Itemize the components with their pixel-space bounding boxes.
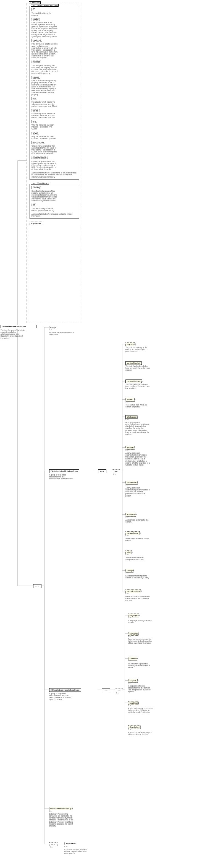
attr-item-xmllang: xml:lang Specifies the language of this … bbox=[32, 186, 77, 202]
attr-item-pubconstrainturi: pubconstrainturi One or many constraints… bbox=[32, 157, 77, 170]
attr-item-custom: custom If set to true the corresponding … bbox=[32, 76, 77, 95]
ext-seq-card: 0..∞ bbox=[50, 846, 53, 848]
ext-prop-element[interactable]: contentMetaExtProperty ⊞ bbox=[49, 807, 72, 810]
desc-item-card: 0..∞ bbox=[128, 617, 131, 619]
ext-prop-desc: Extension Property: the semantics are de… bbox=[49, 813, 74, 827]
attr-name: pubconstraint bbox=[32, 141, 45, 144]
admin-choice-card: 0..∞ bbox=[113, 473, 116, 475]
i18n-group-desc: A group of attributes for language and s… bbox=[32, 213, 77, 217]
icon-element[interactable]: icon ⊞ bbox=[49, 326, 55, 329]
admin-item-desc: A party (person or organisation) which c… bbox=[126, 452, 150, 466]
i18n-group: □ grp i18nAttributes xml:lang Specifies … bbox=[30, 184, 79, 219]
root-type-name: ContentMetadataAcDType bbox=[2, 326, 26, 328]
desc-group-box[interactable]: □ DescriptiveMetadataCoreGroup bbox=[49, 688, 81, 692]
attr-item-creator: creator If the property value is not def… bbox=[32, 18, 77, 37]
admin-choice-icon bbox=[112, 469, 120, 473]
admin-item-urgency[interactable]: urgency bbox=[126, 342, 135, 346]
icon-card: 0..∞ bbox=[49, 329, 52, 331]
admin-item-desc: An alternative identifier assigned to th… bbox=[126, 557, 150, 560]
attr-desc: Indicates by which means the value was e… bbox=[32, 113, 58, 118]
attr-item-why: why Why the metadata has been included -… bbox=[32, 120, 77, 130]
attr-item-how: how Indicates by which means the value w… bbox=[32, 97, 77, 107]
attr-desc: Why the metadata has been included - exp… bbox=[32, 135, 58, 140]
icon-desc: An iconic visual identification of the c… bbox=[49, 332, 74, 336]
attr-name: whyuri bbox=[32, 132, 39, 134]
admin-item-desc: The date (and optionally the time) on wh… bbox=[126, 383, 150, 389]
desc-item-card: 0..∞ bbox=[128, 660, 131, 662]
attr-name: creator bbox=[32, 18, 40, 21]
attr-name: xml:lang bbox=[32, 186, 41, 189]
attr-desc: The local identifier of the property. bbox=[32, 12, 58, 16]
root-type-box: ContentMetadataAcDType bbox=[1, 325, 36, 328]
any-other-element: any ##other bbox=[64, 842, 77, 845]
attr-desc: If set to true the corresponding propert… bbox=[32, 80, 58, 95]
desc-item-desc: A language used by the news content bbox=[128, 620, 153, 623]
root-type-desc: The type for a set of metadata propertie… bbox=[1, 329, 26, 339]
attr-desc: One or many constraints that apply to pu… bbox=[32, 160, 58, 170]
admin-item-card: 0..∞ bbox=[126, 484, 129, 486]
admin-item-desc: A party (person or organisation) which o… bbox=[126, 421, 150, 435]
any-other-card: 0..∞ bbox=[64, 846, 67, 847]
attr-item-creatoruri: creatoruri If the attribute is empty, sp… bbox=[32, 39, 77, 59]
attr-desc: If the property value is not defined, sp… bbox=[32, 22, 58, 37]
admin-seq-icon bbox=[98, 469, 106, 473]
desc-seq-icon bbox=[102, 688, 110, 692]
desc-item-desc: A sequence of tokens associated with the… bbox=[128, 685, 153, 693]
desc-group-desc: A group of properties associated with th… bbox=[49, 693, 74, 701]
attr-name: dir bbox=[32, 204, 36, 206]
admin-item-desc: An intended audience for the content. bbox=[126, 519, 150, 523]
any-other-attr: any ##other bbox=[30, 222, 42, 225]
admin-item-contentCreated[interactable]: contentCreated bbox=[126, 361, 141, 365]
desc-item-card: 0..∞ bbox=[128, 636, 131, 637]
admin-item-desc: An excluded audience for the content. bbox=[126, 537, 150, 541]
admin-item-card: 0..∞ bbox=[126, 593, 129, 594]
ext-prop-card: 0..∞ bbox=[49, 810, 52, 812]
sequence-root-icon bbox=[33, 584, 41, 588]
admin-item-card: 0..∞ bbox=[126, 572, 129, 574]
attr-desc: Specifies the language of this property … bbox=[32, 190, 58, 202]
attr-item-whyuri: whyuri Why the metadata has been include… bbox=[32, 132, 77, 140]
admin-item-card: 0..∞ bbox=[126, 554, 129, 555]
desc-item-desc: An important topic of the content; what … bbox=[128, 663, 153, 669]
attr-desc: One or many constraints that apply to pu… bbox=[32, 145, 58, 155]
admin-item-card: 0..∞ bbox=[126, 516, 129, 518]
admin-item-card: 0..∞ bbox=[126, 449, 129, 451]
admin-group-desc: A group of properties associated with th… bbox=[49, 474, 74, 479]
admin-group-box[interactable]: □ AdministrativeMetadataGroup bbox=[49, 469, 79, 473]
attr-name: pubconstrainturi bbox=[32, 157, 47, 159]
attr-item-pubconstraint: pubconstraint One or many constraints th… bbox=[32, 141, 77, 155]
common-power-items: id The local identifier of the property.… bbox=[32, 8, 77, 170]
desc-item-card: 0..∞ bbox=[128, 682, 131, 684]
ext-seq-icon bbox=[49, 842, 58, 846]
admin-item-card: 0..∞ bbox=[126, 535, 129, 536]
desc-item-card: 0..∞ bbox=[128, 728, 131, 730]
attr-name: howuri bbox=[32, 109, 39, 112]
common-power-group: □ grp commonPowerAttributes id The local… bbox=[30, 6, 79, 180]
attr-desc: If the attribute is empty, specifies whi… bbox=[32, 43, 58, 59]
attr-name: modified bbox=[32, 61, 41, 63]
attributes-header: attributes bbox=[29, 1, 41, 4]
i18n-header: □ grp i18nAttributes bbox=[31, 182, 49, 185]
attr-name: how bbox=[32, 97, 37, 100]
attr-item-howuri: howuri Indicates by which means the valu… bbox=[32, 109, 77, 118]
attr-desc: Why the metadata has been included - exp… bbox=[32, 124, 58, 130]
attr-name: id bbox=[32, 8, 35, 11]
admin-item-card: 0..∞ bbox=[126, 418, 129, 420]
attr-name: custom bbox=[32, 76, 40, 79]
attr-name: creatoruri bbox=[32, 39, 42, 42]
desc-item-desc: Free-text term to be used for indexing o… bbox=[128, 638, 153, 644]
attributes-container: attributes □ grp commonPowerAttributes i… bbox=[27, 3, 81, 323]
desc-choice-icon bbox=[115, 688, 123, 692]
admin-item-card: 0..∞ bbox=[126, 401, 129, 403]
attr-item-id: id The local identifier of the property. bbox=[32, 8, 77, 16]
admin-item-contentModified[interactable]: contentModified bbox=[126, 379, 142, 383]
common-power-group-desc: A group of attributes for all elements o… bbox=[32, 172, 77, 178]
admin-item-desc: The location from which the content orig… bbox=[126, 404, 150, 408]
common-power-header: □ grp commonPowerAttributes bbox=[31, 4, 59, 7]
i18n-items: xml:lang Specifies the language of this … bbox=[32, 186, 77, 211]
attr-item-dir: dir The directionality of textual conten… bbox=[32, 204, 77, 211]
admin-item-desc: A party (person or organisation) which m… bbox=[126, 487, 150, 497]
attr-name: why bbox=[32, 120, 37, 123]
desc-item-card: 0..∞ bbox=[128, 705, 131, 706]
attr-desc: The directionality of textual content (e… bbox=[32, 208, 58, 211]
